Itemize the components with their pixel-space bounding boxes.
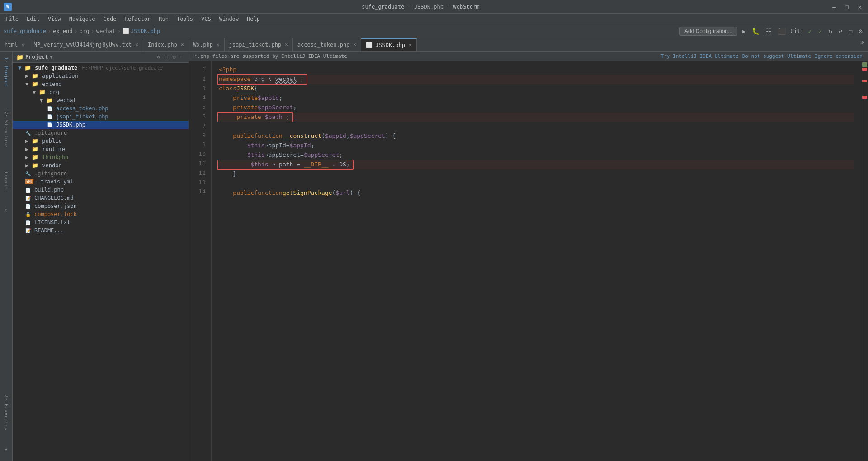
- tab-jssdk-close[interactable]: ✕: [409, 42, 412, 48]
- menu-navigate[interactable]: Navigate: [66, 15, 99, 23]
- tab-html-close[interactable]: ✕: [21, 42, 24, 47]
- menu-file[interactable]: File: [2, 15, 22, 23]
- tree-item-build[interactable]: 📄 build.php: [13, 186, 189, 194]
- code-token: (: [321, 132, 325, 141]
- scroll-marker-2: [862, 68, 867, 71]
- tree-item-composer-lock[interactable]: 🔒 composer.lock: [13, 210, 189, 218]
- tree-item-jsapi-ticket[interactable]: 📄 jsapi_ticket.php: [13, 113, 189, 121]
- run-button[interactable]: ▶: [740, 27, 747, 36]
- tree-item-thinkphp[interactable]: ▶ 📁 thinkphp: [13, 153, 189, 161]
- panel-settings-icon[interactable]: ⚙: [171, 53, 177, 61]
- code-token: $appSecret: [350, 132, 385, 141]
- try-intellij-link[interactable]: Try IntelliJ IDEA Ultimate: [661, 53, 739, 59]
- menu-view[interactable]: View: [44, 15, 65, 23]
- settings-icon[interactable]: ⚙: [857, 27, 864, 36]
- git-window-icon[interactable]: ❐: [847, 27, 854, 36]
- tab-overflow-button[interactable]: »: [856, 38, 868, 51]
- tree-item-org[interactable]: ▼ 📁 org: [13, 88, 189, 96]
- menu-run[interactable]: Run: [155, 15, 172, 23]
- panel-locate-icon[interactable]: ⊙: [156, 53, 161, 61]
- tree-item-access-token[interactable]: 📄 access_token.php: [13, 104, 189, 113]
- code-token: }: [233, 169, 236, 179]
- folder-app-icon: 📁: [32, 73, 38, 79]
- git-check-icon[interactable]: ✓: [806, 27, 813, 36]
- code-area[interactable]: 1 2 3 4 5 6 7 8 9 10 11 12 13 14: [189, 61, 868, 461]
- menu-refactor[interactable]: Refactor: [121, 15, 154, 23]
- menu-window[interactable]: Window: [216, 15, 242, 23]
- tree-item-jssdk[interactable]: 📄 JSSDK.php: [13, 121, 189, 129]
- menu-tools[interactable]: Tools: [173, 15, 197, 23]
- sidebar-commit-toggle[interactable]: Commit: [1, 168, 11, 193]
- line-numbers: 1 2 3 4 5 6 7 8 9 10 11 12 13 14: [189, 61, 212, 461]
- tree-item-wechat[interactable]: ▼ 📁 wechat: [13, 96, 189, 104]
- breadcrumb-root[interactable]: sufe_graduate: [4, 28, 46, 34]
- file-tree: ▼ 📁 sufe_graduate F:\PHPProject\sufe_gra…: [13, 63, 189, 461]
- tab-mp-verify[interactable]: MP_verify_wvUJ414Njnj8yUwv.txt ✕: [29, 38, 143, 51]
- tab-jssdk[interactable]: ⬜ JSSDK.php ✕: [361, 38, 417, 51]
- tab-jsapi[interactable]: jsapi_ticket.php ✕: [225, 38, 293, 51]
- code-token: =: [300, 151, 304, 160]
- git-ok-icon[interactable]: ✓: [816, 27, 824, 36]
- tree-item-application[interactable]: ▶ 📁 application: [13, 72, 189, 80]
- tree-license-label: LICENSE.txt: [34, 219, 70, 226]
- tab-mp-verify-close[interactable]: ✕: [135, 42, 138, 47]
- menu-edit[interactable]: Edit: [23, 15, 43, 23]
- panel-hide-icon[interactable]: —: [179, 53, 185, 61]
- breadcrumb-file[interactable]: ⬜JSSDK.php: [123, 28, 160, 34]
- tab-jsapi-close[interactable]: ✕: [285, 42, 288, 47]
- tab-access-token-close[interactable]: ✕: [353, 42, 356, 47]
- breadcrumb-org[interactable]: org: [80, 28, 90, 34]
- debug-button[interactable]: 🐛: [750, 27, 761, 36]
- sidebar-star[interactable]: ★: [1, 442, 11, 456]
- sidebar-favorites-toggle[interactable]: 2: Favorites: [1, 391, 11, 434]
- editor-right-strip: [861, 61, 868, 461]
- tree-item-gitignore1[interactable]: 🔧 .gitignore: [13, 129, 189, 137]
- menu-code[interactable]: Code: [100, 15, 120, 23]
- tree-item-vendor[interactable]: ▶ 📁 vendor: [13, 161, 189, 169]
- coverage-button[interactable]: ☷: [764, 27, 774, 36]
- tab-index[interactable]: Index.php ✕: [143, 38, 189, 51]
- tree-item-license[interactable]: 📄 LICENSE.txt: [13, 218, 189, 226]
- sidebar-remote-toggle[interactable]: ⊙: [1, 206, 11, 216]
- minimize-button[interactable]: —: [830, 2, 839, 11]
- tree-item-travis[interactable]: YML .travis.yml: [13, 178, 189, 186]
- maximize-button[interactable]: ❐: [842, 2, 851, 11]
- tab-access-token[interactable]: access_token.php ✕: [293, 38, 361, 51]
- title-left: W: [4, 3, 12, 11]
- sidebar-structure-toggle[interactable]: Z: Structure: [1, 108, 11, 151]
- tree-item-changelog[interactable]: 📝 CHANGELOG.md: [13, 194, 189, 202]
- tree-item-gitignore2[interactable]: 🔧 .gitignore: [13, 169, 189, 178]
- tree-item-runtime[interactable]: ▶ 📁 runtime: [13, 145, 189, 153]
- git-refresh-icon[interactable]: ↻: [826, 27, 834, 36]
- git-undo-icon[interactable]: ↩: [837, 27, 844, 36]
- tree-item-extend[interactable]: ▼ 📁 extend: [13, 80, 189, 88]
- breadcrumb-extend[interactable]: extend: [53, 28, 72, 34]
- code-token: public: [233, 188, 254, 198]
- ignore-extension-link[interactable]: Ignore extension: [815, 53, 863, 59]
- tab-wx-close[interactable]: ✕: [217, 42, 220, 47]
- menu-help[interactable]: Help: [243, 15, 264, 23]
- code-token: $path: [265, 113, 283, 120]
- project-panel-title: Project: [25, 54, 48, 60]
- tree-build-label: build.php: [34, 187, 64, 193]
- add-configuration-button[interactable]: Add Configuration...: [679, 27, 737, 36]
- sidebar-project-toggle[interactable]: 1: Project: [1, 53, 11, 90]
- tree-item-public[interactable]: ▶ 📁 public: [13, 137, 189, 145]
- panel-collapse-icon[interactable]: ≡: [163, 53, 169, 61]
- tree-item-readme[interactable]: 📝 README...: [13, 226, 189, 235]
- breadcrumb-wechat[interactable]: wechat: [96, 28, 116, 34]
- profile-button[interactable]: ⬛: [776, 27, 788, 36]
- code-content[interactable]: <?php namespace org \ wechat ;: [212, 61, 861, 461]
- tree-item-root[interactable]: ▼ 📁 sufe_graduate F:\PHPProject\sufe_gra…: [13, 64, 189, 72]
- project-panel-dropdown[interactable]: ▼: [50, 55, 53, 60]
- tree-item-composer-json[interactable]: 📄 composer.json: [13, 202, 189, 210]
- do-not-suggest-link[interactable]: Do not suggest Ultimate: [742, 53, 811, 59]
- tab-html[interactable]: html ✕: [0, 38, 29, 51]
- app-title: sufe_graduate - JSSDK.php - WebStorm: [362, 4, 479, 10]
- menu-vcs[interactable]: VCS: [198, 15, 215, 23]
- tree-access-token-label: access_token.php: [56, 105, 108, 112]
- code-token: $url: [335, 188, 349, 198]
- close-button[interactable]: ✕: [855, 2, 864, 11]
- tab-wx[interactable]: Wx.php ✕: [189, 38, 225, 51]
- tab-index-close[interactable]: ✕: [181, 42, 184, 47]
